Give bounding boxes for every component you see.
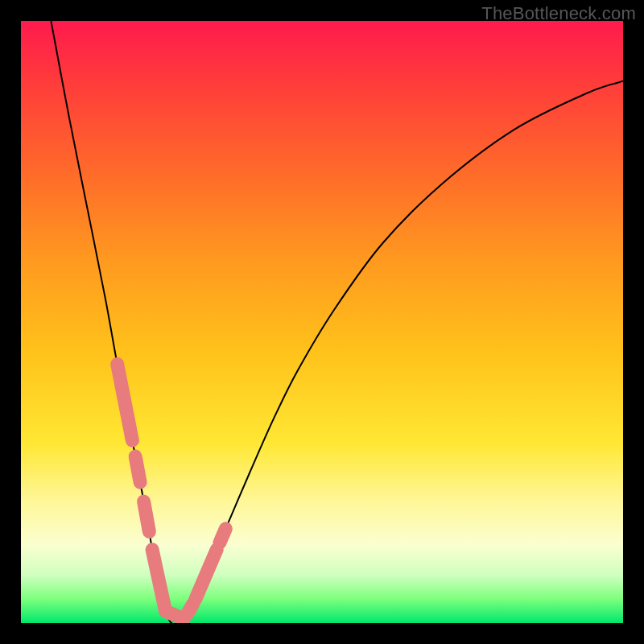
marker-segment (220, 529, 225, 543)
marker-segment (196, 550, 217, 599)
marker-segment (187, 604, 192, 614)
curve-svg (21, 21, 623, 623)
marker-segment (118, 364, 133, 440)
plot-area (21, 21, 623, 623)
bottleneck-curve (51, 21, 623, 623)
marker-segment (135, 456, 140, 482)
marker-segment (144, 502, 150, 531)
watermark-text: TheBottleneck.com (481, 3, 636, 24)
marker-segment (152, 550, 165, 611)
